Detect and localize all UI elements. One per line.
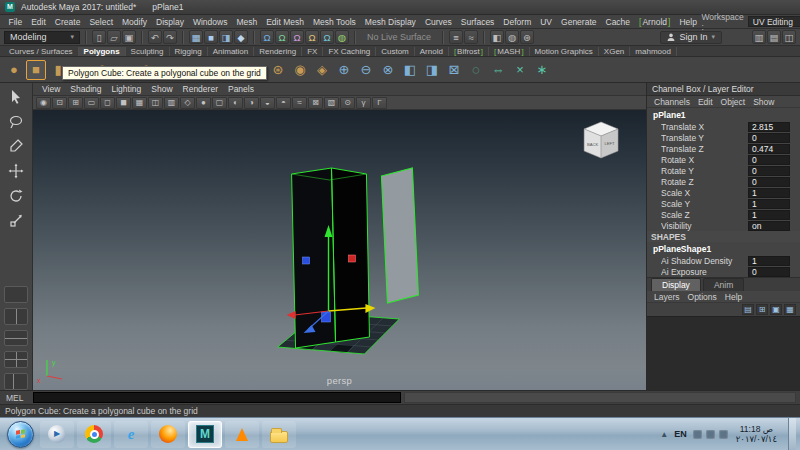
- combine-icon[interactable]: ◧: [400, 60, 420, 80]
- shelf-tab[interactable]: Bifrost: [449, 47, 489, 56]
- move-tool-button[interactable]: [5, 161, 27, 181]
- channel-value-field[interactable]: 1: [748, 188, 790, 198]
- hidden-icons-button[interactable]: ▲: [660, 430, 668, 439]
- channel-value-field[interactable]: 0: [748, 155, 790, 165]
- channel-value-field[interactable]: on: [748, 221, 790, 231]
- taskbar-vlc-icon[interactable]: [225, 421, 259, 448]
- snap-to-point-icon[interactable]: Ω: [290, 30, 304, 44]
- gamma-icon[interactable]: Γ: [372, 97, 387, 109]
- channel-label[interactable]: Translate X: [661, 122, 748, 132]
- snap-to-view-plane-icon[interactable]: Ω: [320, 30, 334, 44]
- layer-options-icon[interactable]: ▦: [784, 304, 796, 315]
- redo-icon[interactable]: ↷: [163, 30, 177, 44]
- construction-history-icon[interactable]: ≈: [464, 30, 478, 44]
- undo-icon[interactable]: ↶: [148, 30, 162, 44]
- snap-to-curve-icon[interactable]: Ω: [275, 30, 289, 44]
- shelf-tab[interactable]: Polygons: [79, 47, 126, 56]
- shelf-tab[interactable]: FX: [302, 47, 323, 56]
- shelf-tab[interactable]: Custom: [376, 47, 415, 56]
- bounding-box-mode-icon[interactable]: ▢: [212, 97, 227, 109]
- channel-label[interactable]: Scale Y: [661, 199, 748, 209]
- menu-item[interactable]: Generate: [557, 17, 601, 27]
- shelf-tab[interactable]: Rigging: [170, 47, 208, 56]
- ipr-render-icon[interactable]: ◍: [505, 30, 519, 44]
- channel-label[interactable]: Scale X: [661, 188, 748, 198]
- channel-box-toggle-icon[interactable]: ◫: [782, 30, 796, 44]
- menu-item[interactable]: Mesh Display: [360, 17, 420, 27]
- layer-editor-tab[interactable]: Anim: [703, 278, 744, 291]
- channel-label[interactable]: Visibility: [661, 221, 748, 231]
- shelf-tab[interactable]: Motion Graphics: [530, 47, 599, 56]
- scale-tool-button[interactable]: [5, 211, 27, 231]
- channel-box-menu-item[interactable]: Channels: [651, 97, 693, 107]
- start-button[interactable]: [7, 421, 34, 448]
- lighting-toggle-icon[interactable]: ◑: [244, 97, 259, 109]
- menu-item[interactable]: Mesh: [232, 17, 262, 27]
- select-by-component-icon[interactable]: ◨: [219, 30, 233, 44]
- network-icon[interactable]: [706, 430, 715, 439]
- channel-value-field[interactable]: 0: [748, 267, 790, 277]
- menu-item[interactable]: Create: [50, 17, 85, 27]
- menu-item[interactable]: Select: [85, 17, 118, 27]
- language-indicator[interactable]: EN: [672, 429, 689, 439]
- attribute-editor-toggle-icon[interactable]: ▥: [752, 30, 766, 44]
- boolean-difference-icon[interactable]: ⊖: [356, 60, 376, 80]
- view-cube[interactable]: BACK LEFT: [584, 122, 618, 158]
- shelf-tab[interactable]: Curves / Surfaces: [4, 47, 79, 56]
- gate-mask-icon[interactable]: ◼: [116, 97, 131, 109]
- single-pane-layout-button[interactable]: [4, 286, 28, 303]
- viewport-menu-item[interactable]: Renderer: [178, 84, 223, 94]
- menu-item[interactable]: File: [4, 17, 27, 27]
- menu-item[interactable]: Arnold: [635, 17, 675, 27]
- polygon-cube-icon[interactable]: ■: [26, 60, 46, 80]
- exposure-icon[interactable]: γ: [356, 97, 371, 109]
- viewport-menu-item[interactable]: View: [37, 84, 65, 94]
- select-by-hierarchy-icon[interactable]: ▦: [189, 30, 203, 44]
- isolate-select-icon[interactable]: ⊙: [340, 97, 355, 109]
- split-pane-layout-button[interactable]: [4, 373, 28, 390]
- viewport-menu-item[interactable]: Shading: [65, 84, 106, 94]
- field-chart-icon[interactable]: ▦: [132, 97, 147, 109]
- smooth-shade-mode-icon[interactable]: ●: [196, 97, 211, 109]
- save-scene-icon[interactable]: ▣: [122, 30, 136, 44]
- channel-value-field[interactable]: 0.474: [748, 144, 790, 154]
- channel-label[interactable]: Rotate Y: [661, 166, 748, 176]
- command-feedback[interactable]: [404, 392, 796, 403]
- taskbar-chrome-icon[interactable]: [77, 421, 111, 448]
- show-desktop-button[interactable]: [788, 418, 796, 450]
- shelf-tab[interactable]: mahmood: [630, 47, 677, 56]
- viewport-menu-item[interactable]: Show: [146, 84, 177, 94]
- channel-box-menu-item[interactable]: Edit: [695, 97, 716, 107]
- channel-value-field[interactable]: 1: [748, 210, 790, 220]
- viewport-menu-item[interactable]: Panels: [223, 84, 259, 94]
- select-by-object-icon[interactable]: ■: [204, 30, 218, 44]
- new-empty-layer-icon[interactable]: ⊞: [756, 304, 768, 315]
- channel-label[interactable]: Translate Z: [661, 144, 748, 154]
- smooth-icon[interactable]: ◌: [466, 60, 486, 80]
- boolean-intersection-icon[interactable]: ⊗: [378, 60, 398, 80]
- shelf-tab[interactable]: Sculpting: [126, 47, 170, 56]
- volume-icon[interactable]: [719, 430, 728, 439]
- two-pane-vertical-layout-button[interactable]: [4, 308, 28, 325]
- channel-label[interactable]: Ai Shadow Density: [661, 256, 748, 266]
- channel-value-field[interactable]: 1: [748, 256, 790, 266]
- camera-lock-icon[interactable]: ⊡: [52, 97, 67, 109]
- xray-mode-icon[interactable]: ▧: [324, 97, 339, 109]
- menu-item[interactable]: Cache: [601, 17, 635, 27]
- channel-label[interactable]: Translate Y: [661, 133, 748, 143]
- menu-item[interactable]: UV: [536, 17, 557, 27]
- channel-label[interactable]: Ai Exposure: [661, 267, 748, 277]
- snap-to-grid-icon[interactable]: Ω: [260, 30, 274, 44]
- workspace-selector[interactable]: UV Editing ▾: [748, 16, 800, 27]
- channel-value-field[interactable]: 0: [748, 133, 790, 143]
- layer-editor-menu-item[interactable]: Layers: [651, 292, 683, 302]
- paint-select-tool-button[interactable]: [5, 137, 27, 157]
- grid-toggle-icon[interactable]: ⊞: [68, 97, 83, 109]
- viewcube-back-label[interactable]: BACK: [587, 142, 599, 147]
- mash-network-icon[interactable]: ∗: [532, 60, 552, 80]
- inputs-operations-icon[interactable]: ≡: [449, 30, 463, 44]
- shelf-tab[interactable]: FX Caching: [323, 47, 376, 56]
- make-live-icon[interactable]: ◍: [335, 30, 349, 44]
- screen-space-ao-icon[interactable]: ◓: [276, 97, 291, 109]
- resolution-gate-icon[interactable]: ◻: [100, 97, 115, 109]
